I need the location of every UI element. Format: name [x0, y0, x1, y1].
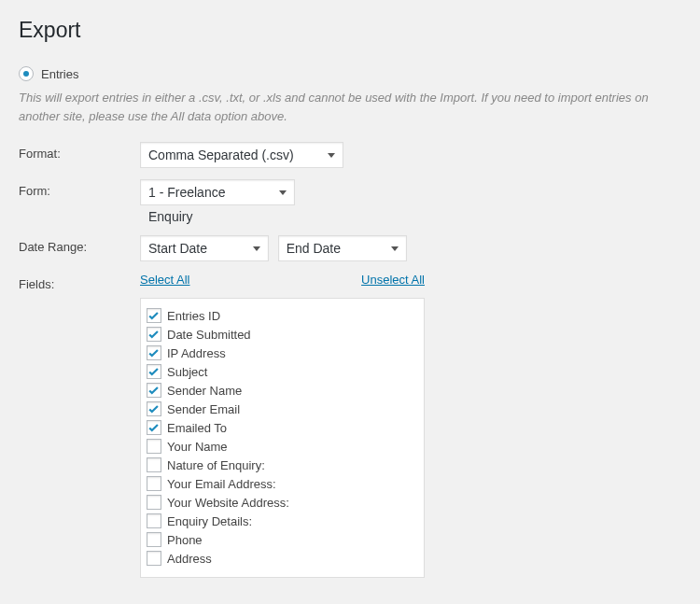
field-label: Emailed To: [167, 421, 227, 435]
field-item[interactable]: Phone: [147, 530, 418, 549]
field-item[interactable]: Nature of Enquiry:: [147, 456, 418, 474]
field-item[interactable]: IP Address: [147, 344, 418, 362]
field-label: Entries ID: [167, 309, 220, 323]
checkbox-icon: [147, 308, 161, 323]
form-label: Form:: [19, 179, 140, 198]
start-date-select[interactable]: Start Date: [140, 235, 269, 261]
field-item[interactable]: Your Website Address:: [147, 493, 418, 512]
checkbox-icon: [147, 420, 161, 435]
unselect-all-link[interactable]: Unselect All: [361, 273, 425, 287]
page-title: Export: [19, 9, 681, 47]
field-item[interactable]: Subject: [147, 362, 418, 381]
date-range-label: Date Range:: [19, 235, 140, 254]
checkbox-icon: [147, 551, 161, 566]
end-date-select[interactable]: End Date: [278, 235, 407, 261]
checkbox-icon: [147, 457, 161, 472]
field-item[interactable]: Your Name: [147, 437, 418, 456]
export-type-radio-group: Entries: [19, 65, 681, 81]
field-label: Address: [167, 552, 212, 566]
format-select-value: Comma Separated (.csv): [148, 147, 294, 162]
end-date-value: End Date: [287, 241, 341, 256]
field-item[interactable]: Sender Name: [147, 381, 418, 400]
checkbox-icon: [147, 495, 161, 510]
field-item[interactable]: Your Email Address:: [147, 474, 418, 493]
checkbox-icon: [147, 476, 161, 491]
form-select[interactable]: 1 - Freelance Enquiry: [140, 179, 295, 205]
form-select-value: 1 - Freelance Enquiry: [148, 185, 225, 224]
field-label: Phone: [167, 533, 203, 547]
checkbox-icon: [147, 327, 161, 342]
checkbox-icon: [147, 532, 161, 547]
checkbox-icon: [147, 513, 161, 528]
field-label: Sender Name: [167, 384, 242, 398]
entries-radio-label: Entries: [41, 67, 78, 81]
start-date-value: Start Date: [148, 241, 207, 256]
fields-label: Fields:: [19, 273, 140, 291]
field-label: IP Address: [167, 346, 226, 360]
field-item[interactable]: Address: [147, 549, 418, 568]
checkbox-icon: [147, 364, 161, 379]
field-item[interactable]: Emailed To: [147, 418, 418, 437]
entries-radio[interactable]: Entries: [19, 66, 78, 81]
field-label: Your Name: [167, 440, 228, 454]
select-all-link[interactable]: Select All: [140, 273, 189, 287]
field-label: Subject: [167, 365, 207, 379]
field-label: Enquiry Details:: [167, 514, 252, 528]
checkbox-icon: [147, 345, 161, 360]
field-item[interactable]: Sender Email: [147, 400, 418, 418]
field-label: Sender Email: [167, 402, 240, 416]
format-select[interactable]: Comma Separated (.csv): [140, 142, 343, 168]
checkbox-icon: [147, 401, 161, 416]
field-item[interactable]: Enquiry Details:: [147, 512, 418, 530]
field-label: Your Email Address:: [167, 477, 276, 491]
format-label: Format:: [19, 142, 140, 161]
checkbox-icon: [147, 383, 161, 398]
field-label: Your Website Address:: [167, 496, 289, 510]
radio-icon: [19, 66, 34, 81]
field-item[interactable]: Date Submitted: [147, 325, 418, 344]
description-text: This will export entries in either a .cs…: [19, 89, 681, 125]
checkbox-icon: [147, 439, 161, 454]
field-label: Nature of Enquiry:: [167, 458, 265, 472]
field-label: Date Submitted: [167, 328, 251, 342]
fields-list[interactable]: Entries IDDate SubmittedIP AddressSubjec…: [140, 298, 425, 578]
field-item[interactable]: Entries ID: [147, 306, 418, 325]
